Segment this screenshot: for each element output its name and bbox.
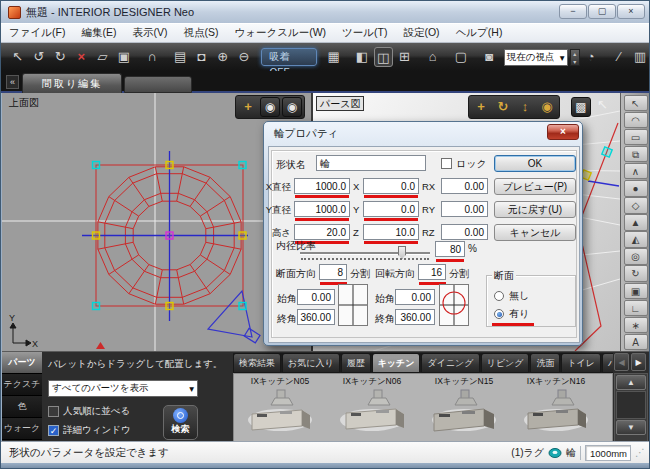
- arc-shape-icon[interactable]: ◠: [624, 112, 648, 129]
- camera-switch-icon[interactable]: ◉: [282, 97, 302, 117]
- catalog-item[interactable]: IXキッチンN05: [234, 376, 326, 440]
- tabs-prev-icon[interactable]: ◀: [614, 353, 629, 371]
- tab-bathroom[interactable]: バスルーム: [602, 353, 613, 373]
- tab-toilet[interactable]: トイレ: [561, 353, 601, 373]
- section-start-angle-field[interactable]: 0.00: [297, 289, 335, 305]
- inner-ratio-field[interactable]: 80: [435, 241, 465, 257]
- snap-toggle-button[interactable]: 吸着OFF: [261, 48, 317, 66]
- menu-help[interactable]: ヘルプ(H): [456, 26, 503, 40]
- y-pos-field[interactable]: 0.0: [363, 201, 419, 217]
- rotate-icon[interactable]: ↻: [493, 97, 513, 117]
- menu-walkthrough[interactable]: ウォークスルー(W): [234, 26, 326, 40]
- camera-move-icon[interactable]: ◉: [260, 97, 280, 117]
- catalog-item[interactable]: IXキッチンN15: [418, 376, 510, 440]
- layout-two-pane-icon[interactable]: ◫: [374, 47, 393, 67]
- menu-edit[interactable]: 編集(E): [81, 26, 116, 40]
- delete-icon[interactable]: ×: [72, 47, 91, 67]
- pan-icon[interactable]: +: [238, 97, 258, 117]
- text-shape-icon[interactable]: A: [624, 334, 648, 351]
- duplicate-icon[interactable]: ▣: [624, 283, 648, 300]
- preview-button[interactable]: プレビュー(P): [494, 178, 576, 195]
- dialog-close-icon[interactable]: ×: [547, 124, 579, 140]
- catalog-item[interactable]: IXキッチンN16: [510, 376, 602, 440]
- undo-icon[interactable]: ↺: [29, 47, 48, 67]
- zoom-in-icon[interactable]: ⊕: [213, 47, 232, 67]
- redo-icon[interactable]: ↻: [50, 47, 69, 67]
- pan-icon[interactable]: +: [471, 97, 491, 117]
- popular-sort-checkbox[interactable]: [48, 406, 59, 417]
- parts-filter-select[interactable]: すべてのパーツを表示 ▾: [48, 380, 198, 397]
- cones-shape-icon[interactable]: ◭: [624, 231, 648, 248]
- tab-walk[interactable]: ウォーク: [2, 418, 42, 440]
- orbit-sphere-icon[interactable]: ↻: [624, 265, 648, 282]
- house-icon[interactable]: ⌂: [423, 47, 442, 67]
- torus-shape-icon[interactable]: ◎: [624, 248, 648, 265]
- box-icon[interactable]: ▢: [451, 47, 470, 67]
- camera-capture-icon[interactable]: ◙: [480, 47, 499, 67]
- cursor-icon[interactable]: ↖: [624, 95, 648, 112]
- camera-view-icon[interactable]: ◘: [192, 47, 211, 67]
- tab-living[interactable]: リビング: [481, 353, 530, 373]
- catalog-item[interactable]: IXキッチンN06: [326, 376, 418, 440]
- scroll-down-icon[interactable]: ▼: [616, 420, 646, 435]
- detail-window-checkbox[interactable]: ✓: [48, 425, 59, 436]
- rotation-start-angle-field[interactable]: 0.00: [395, 289, 435, 305]
- headset-icon[interactable]: ∩: [142, 47, 161, 67]
- x-pos-field[interactable]: 0.0: [363, 178, 419, 194]
- cancel-button[interactable]: キャンセル: [494, 224, 576, 241]
- updown-icon[interactable]: ↕: [515, 97, 535, 117]
- layout-single-icon[interactable]: ◧: [352, 47, 371, 67]
- maximize-button[interactable]: ▢: [588, 4, 616, 19]
- tab-texture[interactable]: テクスチャ: [2, 374, 42, 396]
- tab-kitchen[interactable]: キッチン: [372, 353, 421, 373]
- menu-settings[interactable]: 設定(O): [403, 26, 439, 40]
- figure-shape-icon[interactable]: ∗: [624, 317, 648, 334]
- save-icon[interactable]: ▣: [114, 47, 133, 67]
- rotation-end-angle-field[interactable]: 360.00: [395, 309, 435, 325]
- rz-field[interactable]: 0.00: [441, 224, 488, 240]
- section-none-radio[interactable]: [494, 291, 504, 301]
- orbit-icon[interactable]: ◔: [581, 47, 600, 67]
- viewpoint-spinner[interactable]: ▴ ▾: [570, 49, 581, 66]
- resize-grip[interactable]: ⋰: [635, 447, 645, 458]
- inner-ratio-slider-track[interactable]: [300, 252, 430, 254]
- blinds-icon[interactable]: ▥: [631, 47, 650, 67]
- minimize-button[interactable]: −: [559, 4, 587, 19]
- tab-washroom[interactable]: 洗面: [530, 353, 560, 373]
- tab-dining[interactable]: ダイニング: [421, 353, 479, 373]
- zoom-out-icon[interactable]: ⊖: [234, 47, 253, 67]
- cube-shape-icon[interactable]: ◇: [624, 197, 648, 214]
- scroll-up-icon[interactable]: ▲: [616, 375, 646, 390]
- tab-favorites[interactable]: お気に入り: [282, 353, 340, 373]
- menu-file[interactable]: ファイル(F): [9, 26, 65, 40]
- checker-icon[interactable]: ▩: [571, 97, 591, 117]
- camera-rotate-icon[interactable]: ◉: [537, 97, 557, 117]
- layout-quad-icon[interactable]: ⊞: [395, 47, 414, 67]
- cursor-icon[interactable]: ↖: [8, 47, 27, 67]
- roof-shape-icon[interactable]: ∧: [624, 163, 648, 180]
- grid-icon[interactable]: ▦: [324, 47, 343, 67]
- x-diameter-field[interactable]: 1000.0: [294, 178, 350, 194]
- lock-checkbox[interactable]: [441, 158, 452, 169]
- tab-floorplan-edit[interactable]: 間取り編集: [22, 73, 122, 93]
- rx-field[interactable]: 0.00: [441, 178, 488, 194]
- collapse-sidebar-icon[interactable]: «: [6, 75, 19, 89]
- rectangle-shape-icon[interactable]: ▭: [624, 129, 648, 146]
- z-pos-field[interactable]: 10.0: [363, 224, 419, 240]
- tab-color[interactable]: 色: [2, 396, 42, 418]
- open-folder-icon[interactable]: ▱: [93, 47, 112, 67]
- sphere-shape-icon[interactable]: ●: [624, 180, 648, 197]
- search-button[interactable]: 検索: [163, 405, 198, 440]
- tabs-next-icon[interactable]: ▶: [631, 353, 646, 371]
- menu-viewpoint[interactable]: 視点(S): [183, 26, 218, 40]
- pipe-shape-icon[interactable]: ∟: [624, 300, 648, 317]
- close-button[interactable]: ×: [617, 4, 645, 19]
- tab-history[interactable]: 履歴: [341, 353, 371, 373]
- tab-parts[interactable]: パーツ: [2, 352, 42, 374]
- ok-button[interactable]: OK: [494, 155, 576, 172]
- revert-button[interactable]: 元に戻す(U): [494, 201, 576, 218]
- tab-search-results[interactable]: 検索結果: [233, 353, 281, 373]
- height-field[interactable]: 20.0: [294, 224, 350, 240]
- viewpoint-select[interactable]: 現在の視点 ▾: [504, 49, 568, 66]
- cylinder-cone-shape-icon[interactable]: ▲: [624, 214, 648, 231]
